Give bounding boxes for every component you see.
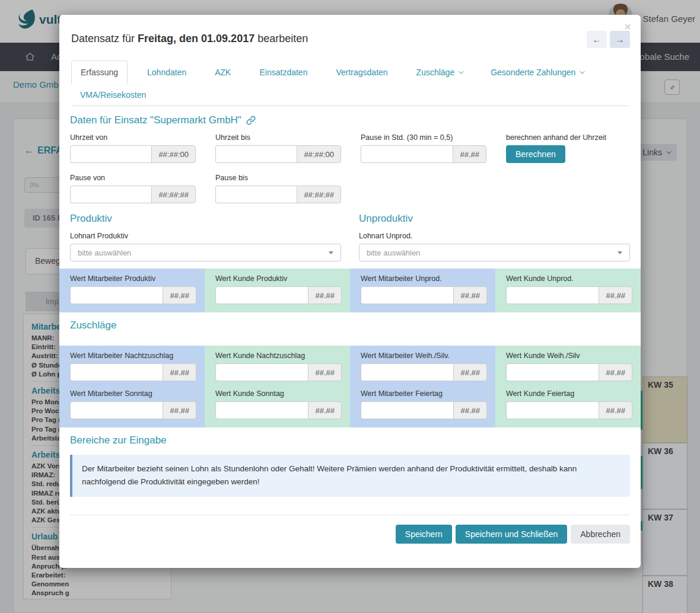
field-label: Wert Kunde Weih./Silv: [506, 352, 632, 360]
field-label: Wert Kunde Feiertag: [506, 389, 632, 398]
input-mask: ##.##: [308, 363, 342, 381]
input-group: ##.##: [506, 401, 632, 419]
input-wert-mitarbeiter-unprod[interactable]: [361, 286, 453, 304]
field-wert-kunde-sonntag: Wert Kunde Sonntag##.##: [215, 389, 342, 419]
field-label: Wert Kunde Sonntag: [215, 389, 342, 398]
tab-label: Vertragsdaten: [336, 68, 387, 77]
input-group: ##:##:##: [70, 186, 196, 203]
input-mask: ##.##: [453, 286, 487, 304]
tab-erfassung[interactable]: Erfassung: [71, 60, 128, 84]
input-group: ##.##: [361, 363, 487, 381]
produktiv-heading: Produktiv: [70, 213, 341, 225]
input-group: ##.##: [215, 401, 342, 419]
modal-title: Datensatz für Freitag, den 01.09.2017 be…: [71, 33, 629, 45]
input-wert-mitarbeiter-feiertag[interactable]: [361, 401, 453, 419]
field-wert-mitarbeiter-weih-silv: Wert Mitarbeiter Weih./Silv.##.##: [361, 352, 487, 381]
input-group: ##.##: [215, 286, 342, 304]
zuschlaege-heading: Zuschläge: [70, 320, 630, 331]
input-group: ##.##: [215, 363, 342, 381]
input-uhrzeit-von[interactable]: [70, 145, 151, 163]
input-mask: ##.##: [599, 286, 632, 304]
lohnart-produktiv-select[interactable]: bitte auswählen: [70, 244, 341, 261]
lohnart-unprod-select[interactable]: bitte auswählen: [359, 244, 630, 261]
input-mask: ##.##: [453, 363, 487, 381]
field-label: Wert Mitarbeiter Feiertag: [361, 389, 487, 398]
berechnen-column: berechnen anhand der Uhrzeit Berechnen: [506, 133, 630, 163]
field-wert-kunde-feiertag: Wert Kunde Feiertag##.##: [506, 389, 632, 419]
input-wert-kunde-produktiv[interactable]: [215, 286, 308, 304]
input-wert-kunde-feiertag[interactable]: [506, 401, 599, 419]
zuschlaege-band: Wert Mitarbeiter Nachtzuschlag##.##Wert …: [59, 346, 641, 427]
input-mask: ##:##:##: [297, 186, 341, 203]
berechnen-label: berechnen anhand der Uhrzeit: [506, 133, 630, 142]
input-pause-in-std-30-min-0-5[interactable]: [361, 145, 453, 163]
edit-record-modal: Datensatz für Freitag, den 01.09.2017 be…: [59, 15, 641, 568]
unproduktiv-section: Unproduktiv Lohnart Unprod. bitte auswäh…: [359, 213, 630, 261]
field-pause-bis: Pause bis##:##:##: [215, 174, 341, 203]
field-label: Wert Kunde Unprod.: [506, 274, 632, 283]
tab-azk[interactable]: AZK: [206, 60, 240, 84]
tab-gesonderte-zahlungen[interactable]: Gesonderte Zahlungen: [482, 60, 592, 84]
field-label: Wert Mitarbeiter Produktiv: [70, 274, 196, 283]
field-label: Wert Mitarbeiter Nachtzuschlag: [70, 352, 196, 360]
modal-tabs: ErfassungLohndatenAZKEinsatzdatenVertrag…: [71, 60, 629, 106]
cancel-button[interactable]: Abbrechen: [571, 525, 630, 544]
field-wert-mitarbeiter-feiertag: Wert Mitarbeiter Feiertag##.##: [361, 389, 487, 419]
next-record-button[interactable]: →: [610, 31, 630, 48]
input-group: ##:##:##: [215, 186, 341, 203]
tab-einsatzdaten[interactable]: Einsatzdaten: [250, 60, 316, 84]
tab-zuschl-ge[interactable]: Zuschläge: [408, 60, 472, 84]
save-and-close-button[interactable]: Speichern und Schließen: [456, 525, 567, 544]
chevron-down-icon: [459, 69, 463, 74]
arrow-left-icon: ←: [593, 34, 602, 44]
tab-lohndaten[interactable]: Lohndaten: [138, 60, 195, 84]
input-wert-kunde-nachtzuschlag[interactable]: [215, 363, 308, 381]
input-group: ##.##: [506, 286, 632, 304]
input-group: ##.##: [70, 401, 196, 419]
input-mask: ##.##: [163, 401, 196, 419]
input-wert-mitarbeiter-weih-silv[interactable]: [361, 363, 453, 381]
input-wert-mitarbeiter-nachtzuschlag[interactable]: [70, 363, 163, 381]
prev-record-button[interactable]: ←: [587, 31, 607, 48]
band-column-blue: Wert Mitarbeiter Nachtzuschlag##.##Wert …: [59, 346, 205, 427]
input-wert-kunde-sonntag[interactable]: [215, 401, 308, 419]
field-label: Wert Kunde Nachtzuschlag: [215, 352, 342, 360]
input-pause-von[interactable]: [70, 186, 151, 203]
field-label: Uhrzeit von: [70, 133, 196, 142]
input-wert-kunde-weih-silv[interactable]: [506, 363, 599, 381]
input-mask: ##.##: [163, 363, 196, 381]
tab-vertragsdaten[interactable]: Vertragsdaten: [327, 60, 396, 84]
field-wert-mitarbeiter-nachtzuschlag: Wert Mitarbeiter Nachtzuschlag##.##: [70, 352, 196, 381]
field-label: Pause bis: [215, 174, 341, 182]
tab-label: Zuschläge: [416, 68, 455, 77]
input-uhrzeit-bis[interactable]: [215, 145, 297, 163]
band-column-green: Wert Kunde Weih./Silv##.##Wert Kunde Fei…: [495, 346, 641, 427]
berechnen-button[interactable]: Berechnen: [506, 145, 565, 163]
chevron-down-icon: [580, 69, 585, 74]
input-wert-mitarbeiter-produktiv[interactable]: [70, 286, 163, 304]
lohnart-unprod-label: Lohnart Unprod.: [359, 232, 630, 240]
input-group: ##:##:00: [70, 145, 196, 163]
field-wert-kunde-unprod: Wert Kunde Unprod.##.##: [506, 274, 632, 304]
einsatz-section-heading: Daten für Einsatz "Supermarkt GmbH": [70, 114, 630, 126]
input-group: ##.##: [361, 286, 487, 304]
input-wert-mitarbeiter-sonntag[interactable]: [70, 401, 163, 419]
field-label: Wert Mitarbeiter Sonntag: [70, 389, 196, 398]
field-pause-in-std-30-min-0-5: Pause in Std. (30 min = 0,5)##.##: [361, 133, 486, 163]
field-uhrzeit-von: Uhrzeit von##:##:00: [70, 133, 196, 163]
input-wert-kunde-unprod[interactable]: [506, 286, 599, 304]
input-mask: ##:##:##: [151, 186, 196, 203]
info-box: Der Mitarbeiter bezieht seinen Lohn als …: [70, 455, 630, 497]
link-icon[interactable]: [246, 116, 256, 125]
field-label: Wert Kunde Produktiv: [215, 274, 342, 283]
band-column-blue: Wert Mitarbeiter Weih./Silv.##.##Wert Mi…: [350, 346, 495, 427]
band-column-blue: Wert Mitarbeiter Unprod.##.##: [350, 269, 495, 312]
save-button[interactable]: Speichern: [396, 525, 452, 544]
field-label: Pause in Std. (30 min = 0,5): [361, 133, 486, 142]
tab-vma-reisekosten[interactable]: VMA/Reisekosten: [71, 84, 155, 106]
input-group: ##.##: [361, 145, 486, 163]
input-pause-bis[interactable]: [215, 186, 297, 203]
band-column-green: Wert Kunde Unprod.##.##: [495, 269, 641, 312]
field-uhrzeit-bis: Uhrzeit bis##:##:00: [215, 133, 341, 163]
field-wert-mitarbeiter-unprod: Wert Mitarbeiter Unprod.##.##: [361, 274, 487, 304]
